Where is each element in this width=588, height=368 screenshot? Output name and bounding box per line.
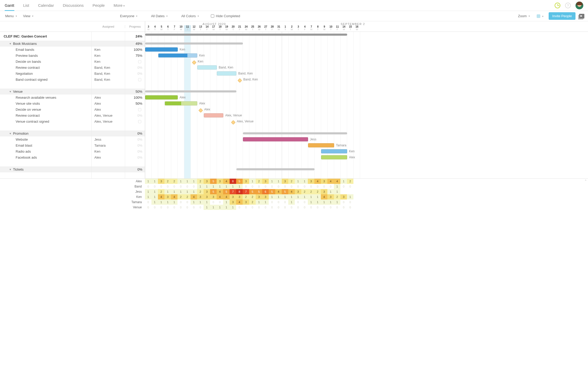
task-row[interactable]: Venue site visitsAlex50%	[0, 101, 145, 107]
filter-colors[interactable]: All Colors	[180, 14, 200, 18]
nav-tab-discussions[interactable]: Discussions	[63, 1, 84, 10]
task-row[interactable]: WebsiteJess0%	[0, 136, 145, 142]
workload-cell: 1	[282, 194, 288, 199]
task-row[interactable]	[0, 172, 145, 178]
milestone[interactable]	[198, 108, 203, 113]
progress-checkbox[interactable]	[138, 60, 141, 63]
workload-cell: 1	[334, 199, 340, 205]
task-progress: 0%	[125, 65, 145, 71]
hide-completed-toggle[interactable]: Hide Completed	[211, 14, 240, 18]
nav-tab-more[interactable]: More	[114, 1, 125, 10]
summary-bar[interactable]	[145, 90, 236, 92]
bar-label: Band, Ken	[219, 66, 233, 69]
task-bar[interactable]: Alex	[145, 95, 178, 99]
progress-checkbox[interactable]	[138, 78, 141, 81]
task-row[interactable]: ▼Tickets0%	[0, 166, 145, 172]
workload-cell: 2	[256, 179, 262, 184]
collapse-icon[interactable]: ▼	[9, 168, 11, 171]
highlight-color-dropdown[interactable]	[535, 14, 545, 18]
task-row[interactable]: ▼Book Musicians49%	[0, 41, 145, 47]
task-row[interactable]	[0, 124, 145, 130]
progress-checkbox[interactable]	[138, 108, 141, 111]
milestone-label: Alex, Venue	[237, 120, 254, 123]
task-row[interactable]: Review contractBand, Ken0%	[0, 65, 145, 71]
task-row[interactable]: CLEF INC: Garden Concert24%	[0, 32, 145, 41]
task-bar[interactable]: Band, Ken	[197, 65, 217, 70]
filter-people[interactable]: Everyone	[118, 14, 139, 18]
avatar[interactable]	[575, 2, 583, 9]
bar-label: Alex	[199, 102, 205, 105]
task-bar[interactable]: Jess	[243, 137, 308, 141]
nav-tab-list[interactable]: List	[23, 1, 29, 10]
nav-tab-calendar[interactable]: Calendar	[38, 1, 54, 10]
task-row[interactable]: ▼Venue50%	[0, 89, 145, 95]
milestone[interactable]	[192, 60, 196, 65]
task-row[interactable]: Email bandsKen100%	[0, 47, 145, 53]
task-row[interactable]	[0, 83, 145, 89]
invite-people-button[interactable]: Invite People	[549, 12, 575, 20]
nav-tab-people[interactable]: People	[93, 1, 105, 10]
view-dropdown[interactable]: View	[22, 14, 35, 18]
task-row[interactable]: ▼Promotion0%	[0, 130, 145, 136]
scroll-up-icon[interactable]: ⌃	[584, 179, 587, 183]
task-bar[interactable]: Alex, Venue	[204, 113, 223, 117]
progress-checkbox[interactable]	[138, 120, 141, 123]
task-row[interactable]: NegotiationBand, Ken0%	[0, 71, 145, 77]
summary-bar[interactable]	[236, 168, 315, 170]
task-bar[interactable]: Ken	[145, 47, 178, 52]
task-bar[interactable]: Ken	[158, 53, 197, 58]
task-row[interactable]: Decide on venueAlex	[0, 107, 145, 113]
milestone[interactable]	[237, 78, 242, 83]
day-header: 21F	[236, 25, 243, 32]
task-row[interactable]: Venue contract signedAlex, Venue	[0, 118, 145, 124]
workload-cell: 1	[164, 199, 171, 205]
task-progress: 0%	[125, 113, 145, 118]
task-row[interactable]: Band contract signedBand, Ken	[0, 77, 145, 83]
workload-cell: 4	[334, 179, 340, 184]
milestone[interactable]	[231, 120, 235, 125]
task-row[interactable]: Review contractAlex, Venue0%	[0, 113, 145, 118]
task-row[interactable]	[0, 160, 145, 166]
col-header-progress[interactable]: Progress	[125, 25, 145, 28]
filter-dates[interactable]: All Dates	[149, 14, 169, 18]
menu-dropdown[interactable]: Menu	[4, 14, 19, 18]
workload-cell: 3	[321, 189, 327, 194]
task-row[interactable]: Preview bandsKen75%	[0, 53, 145, 59]
task-progress	[125, 59, 145, 65]
workload-cell: 1	[301, 194, 308, 199]
task-row[interactable]: Facebook adsAlex0%	[0, 154, 145, 160]
task-assigned: Alex, Venue	[92, 118, 125, 124]
presentation-icon[interactable]	[579, 14, 584, 18]
summary-bar[interactable]	[145, 42, 243, 45]
task-row[interactable]: Research available venuesAlex100%	[0, 95, 145, 101]
collapse-icon[interactable]: ▼	[9, 90, 11, 93]
hide-completed-checkbox[interactable]	[211, 14, 214, 18]
bar-label: Alex	[349, 155, 355, 159]
task-bar[interactable]: Alex	[321, 155, 347, 159]
task-bar[interactable]: Alex	[165, 101, 197, 105]
clock-icon[interactable]	[555, 3, 560, 8]
task-assigned: Band, Ken	[92, 65, 125, 71]
day-header: 12W	[191, 25, 197, 32]
day-header: 4T	[152, 25, 158, 32]
workload-cell: 0	[282, 205, 288, 210]
nav-tab-gantt[interactable]: Gantt	[5, 1, 14, 10]
task-row[interactable]: Radio adsKen0%	[0, 148, 145, 154]
collapse-icon[interactable]: ▼	[9, 42, 11, 45]
workload-cell: 0	[177, 184, 184, 189]
summary-bar[interactable]	[145, 34, 347, 36]
collapse-icon[interactable]: ▼	[9, 132, 11, 135]
zoom-dropdown[interactable]: Zoom	[517, 14, 531, 18]
workload-cell: 8	[230, 179, 236, 184]
task-bar[interactable]: Tamara	[308, 143, 334, 147]
task-bar[interactable]: Band, Ken	[217, 71, 236, 76]
col-header-assigned[interactable]: Assigned	[92, 25, 125, 28]
task-row[interactable]: Decide on bandsKen	[0, 59, 145, 65]
task-bar[interactable]: Ken	[321, 149, 347, 153]
bar-label: Ken	[180, 48, 185, 51]
task-row[interactable]: Email blastTamara0%	[0, 142, 145, 148]
task-name: Venue	[13, 90, 23, 93]
summary-bar[interactable]	[243, 132, 347, 134]
help-icon[interactable]: ?	[565, 3, 571, 8]
workload-cell: 1	[217, 205, 223, 210]
